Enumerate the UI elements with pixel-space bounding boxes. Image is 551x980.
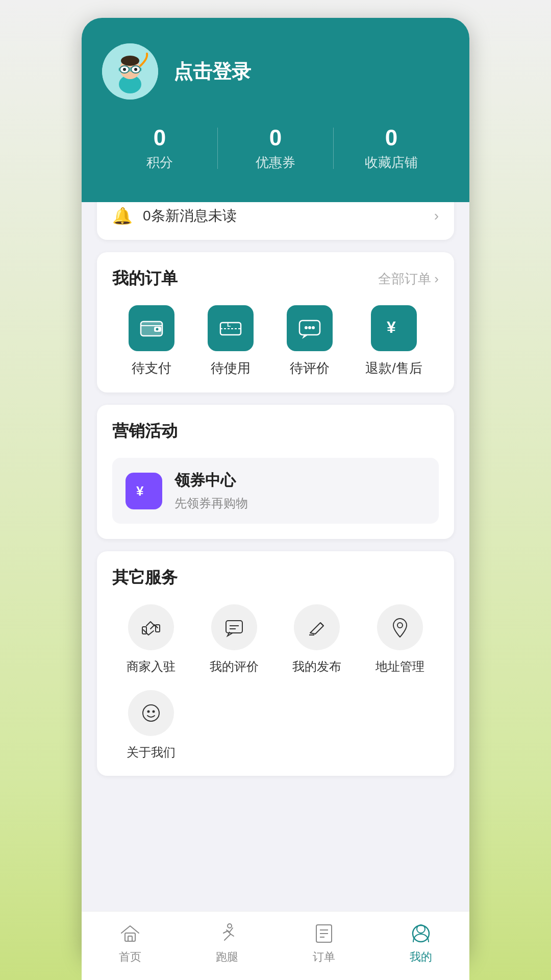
coupons-label: 优惠券 xyxy=(218,154,333,172)
order-refund[interactable]: ¥ 退款/售后 xyxy=(365,305,422,377)
avatar[interactable] xyxy=(102,43,158,100)
svg-point-30 xyxy=(143,705,159,721)
service-about[interactable]: 关于我们 xyxy=(112,690,190,761)
review-label: 我的评价 xyxy=(210,658,259,675)
svg-point-19 xyxy=(308,326,311,329)
stat-coupons[interactable]: 0 优惠券 xyxy=(218,125,333,172)
merchant-label: 商家入驻 xyxy=(127,658,176,675)
svg-text:L: L xyxy=(227,321,231,328)
nav-mine[interactable]: 我的 xyxy=(409,922,433,962)
mine-icon xyxy=(409,922,433,945)
svg-rect-34 xyxy=(128,936,132,941)
service-merchant[interactable]: 商家入驻 xyxy=(112,604,190,675)
publish-icon-circle xyxy=(294,604,340,650)
pending-use-icon-box: L xyxy=(208,305,254,351)
publish-label: 我的发布 xyxy=(292,658,341,675)
coupon-title: 领券中心 xyxy=(174,470,248,491)
coupon-subtitle: 先领券再购物 xyxy=(174,495,248,511)
svg-point-12 xyxy=(156,328,159,331)
marketing-header: 营销活动 xyxy=(112,420,439,443)
about-label: 关于我们 xyxy=(127,744,176,761)
bottom-nav: 首页 跑腿 订单 xyxy=(82,911,469,962)
points-value: 0 xyxy=(102,125,217,151)
pending-review-label: 待评价 xyxy=(290,359,330,377)
orders-icon xyxy=(312,922,336,945)
username-label[interactable]: 点击登录 xyxy=(173,59,251,85)
coupon-icon-box: ¥ xyxy=(126,473,162,509)
svg-point-18 xyxy=(305,326,308,329)
bell-icon: 🔔 xyxy=(112,206,133,226)
notif-left: 🔔 0条新消息未读 xyxy=(112,206,237,226)
nav-errand[interactable]: 跑腿 xyxy=(215,922,239,962)
home-icon xyxy=(118,922,142,945)
favorites-label: 收藏店铺 xyxy=(334,154,449,172)
order-icons-row: 待支付 L 待使用 xyxy=(112,305,439,377)
coupons-value: 0 xyxy=(218,125,333,151)
pending-payment-label: 待支付 xyxy=(132,359,171,377)
orders-card: 我的订单 全部订单 › xyxy=(97,252,454,393)
stats-row: 0 积分 0 优惠券 0 收藏店铺 xyxy=(102,125,449,172)
favorites-value: 0 xyxy=(334,125,449,151)
svg-point-20 xyxy=(312,326,315,329)
service-publish[interactable]: 我的发布 xyxy=(278,604,356,675)
notification-text: 0条新消息未读 xyxy=(143,206,237,226)
stat-points[interactable]: 0 积分 xyxy=(102,125,217,172)
home-label: 首页 xyxy=(119,949,141,962)
pending-use-label: 待使用 xyxy=(211,359,251,377)
merchant-icon-circle xyxy=(128,604,174,650)
orders-header: 我的订单 全部订单 › xyxy=(112,267,439,290)
stat-favorites[interactable]: 0 收藏店铺 xyxy=(334,125,449,172)
order-pending-payment[interactable]: 待支付 xyxy=(129,305,174,377)
services-header: 其它服务 xyxy=(112,567,439,589)
svg-text:¥: ¥ xyxy=(387,318,396,336)
about-icon-circle xyxy=(128,690,174,736)
errand-icon xyxy=(215,922,239,945)
phone-frame: 点击登录 0 积分 0 优惠券 0 收藏店铺 🔔 0条新消息未读 xyxy=(82,18,469,962)
refund-label: 退款/售后 xyxy=(365,359,422,377)
coupon-center-item[interactable]: ¥ 领券中心 先领券再购物 xyxy=(112,458,439,524)
svg-point-31 xyxy=(148,711,149,713)
marketing-card: 营销活动 ¥ 领券中心 先领券再购物 xyxy=(97,405,454,539)
address-label: 地址管理 xyxy=(375,658,424,675)
address-icon-circle xyxy=(377,604,423,650)
order-pending-use[interactable]: L 待使用 xyxy=(208,305,254,377)
svg-point-8 xyxy=(134,68,137,71)
svg-point-7 xyxy=(123,68,126,71)
refund-icon-box: ¥ xyxy=(371,305,417,351)
orders-nav-label: 订单 xyxy=(313,949,335,962)
chevron-right-icon: › xyxy=(434,208,439,224)
svg-rect-25 xyxy=(226,621,242,633)
services-grid: 商家入驻 我的评价 xyxy=(112,604,439,761)
pending-review-icon-box xyxy=(287,305,333,351)
svg-rect-33 xyxy=(125,933,135,941)
svg-point-35 xyxy=(228,924,232,928)
mine-label: 我的 xyxy=(410,949,432,962)
nav-home[interactable]: 首页 xyxy=(118,922,142,962)
services-title: 其它服务 xyxy=(112,567,178,589)
svg-text:¥: ¥ xyxy=(136,483,144,499)
errand-label: 跑腿 xyxy=(216,949,238,962)
orders-title: 我的订单 xyxy=(112,267,178,290)
other-services-card: 其它服务 商家入驻 xyxy=(97,551,454,776)
coupon-text-group: 领券中心 先领券再购物 xyxy=(174,470,248,511)
marketing-title: 营销活动 xyxy=(112,420,178,443)
review-icon-circle xyxy=(211,604,257,650)
svg-point-29 xyxy=(397,623,403,628)
points-label: 积分 xyxy=(102,154,217,172)
service-address[interactable]: 地址管理 xyxy=(361,604,439,675)
profile-header: 点击登录 0 积分 0 优惠券 0 收藏店铺 xyxy=(82,18,469,202)
svg-point-32 xyxy=(153,711,155,713)
all-orders-link[interactable]: 全部订单 › xyxy=(378,270,439,288)
service-review[interactable]: 我的评价 xyxy=(195,604,273,675)
nav-orders[interactable]: 订单 xyxy=(312,922,336,962)
svg-point-3 xyxy=(121,56,139,66)
pending-payment-icon-box xyxy=(129,305,174,351)
order-pending-review[interactable]: 待评价 xyxy=(287,305,333,377)
